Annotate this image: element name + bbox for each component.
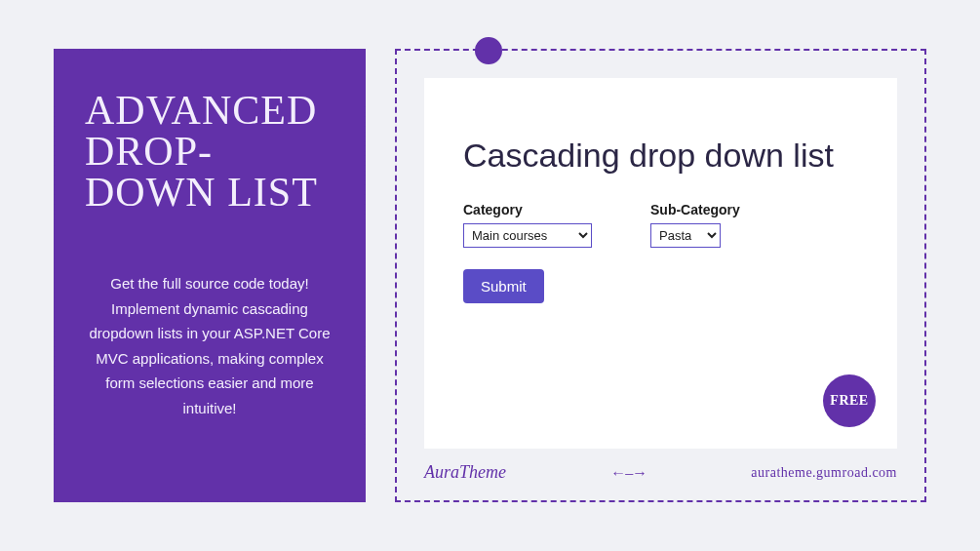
category-label: Category bbox=[463, 202, 592, 217]
category-field: Category Main courses bbox=[463, 202, 592, 248]
subcategory-select[interactable]: Pasta bbox=[650, 223, 721, 248]
promo-title: ADVANCED DROP-DOWN LIST bbox=[85, 90, 334, 213]
category-select[interactable]: Main courses bbox=[463, 223, 592, 248]
promo-description: Get the full source code today! Implemen… bbox=[85, 271, 334, 420]
demo-card: Cascading drop down list Category Main c… bbox=[424, 78, 897, 449]
footer-brand: AuraTheme bbox=[424, 462, 506, 483]
accent-dot-icon bbox=[475, 37, 502, 64]
submit-button[interactable]: Submit bbox=[463, 269, 544, 303]
arrow-icon: ←–→ bbox=[610, 464, 647, 482]
footer-url: auratheme.gumroad.com bbox=[751, 465, 897, 481]
subcategory-field: Sub-Category Pasta bbox=[650, 202, 740, 248]
card-title: Cascading drop down list bbox=[463, 137, 858, 175]
footer: AuraTheme ←–→ auratheme.gumroad.com bbox=[424, 462, 897, 483]
subcategory-label: Sub-Category bbox=[650, 202, 740, 217]
free-badge: FREE bbox=[823, 374, 876, 427]
promo-panel: ADVANCED DROP-DOWN LIST Get the full sou… bbox=[54, 49, 366, 502]
demo-panel: Cascading drop down list Category Main c… bbox=[395, 49, 926, 502]
